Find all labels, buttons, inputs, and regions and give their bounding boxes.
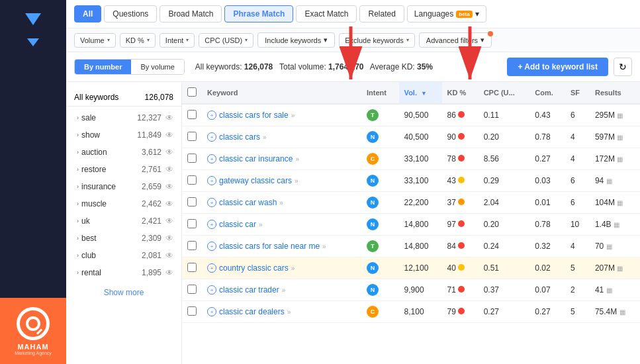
eye-icon[interactable]: 👁 (165, 165, 173, 174)
intent-filter[interactable]: Intent ▾ (160, 33, 195, 48)
keyword-info-icon: + (207, 198, 216, 207)
keyword-group-restore[interactable]: › restore 2,761 👁 (66, 161, 181, 178)
intent-badge: C (367, 153, 379, 165)
sidebar-nav-item-2[interactable] (27, 38, 39, 46)
eye-icon[interactable]: 👁 (165, 234, 173, 243)
exclude-keywords-label: Exclude keywords (345, 36, 404, 44)
com-cell: 0.78 (529, 214, 565, 236)
add-to-keyword-list-button[interactable]: + Add to keyword list (507, 58, 608, 76)
keyword-link[interactable]: classic cars (219, 132, 260, 142)
eye-icon[interactable]: 👁 (165, 268, 173, 277)
tab-questions[interactable]: Questions (104, 5, 157, 23)
refresh-button[interactable]: ↻ (614, 58, 632, 76)
volume-filter[interactable]: Volume ▾ (74, 33, 116, 48)
intent-badge: C (367, 306, 379, 318)
keyword-group-name: sale (81, 113, 96, 122)
tab-exact-match[interactable]: Exact Match (296, 5, 357, 23)
advanced-filters-button[interactable]: Advanced filters ▾ (419, 32, 492, 48)
keyword-group-count: 2,659 (142, 182, 161, 191)
com-cell: 0.32 (529, 236, 565, 257)
view-by-number-button[interactable]: By number (75, 60, 131, 74)
row-checkbox[interactable] (187, 110, 197, 119)
keyword-group-insurance[interactable]: › insurance 2,659 👁 (66, 178, 181, 195)
row-checkbox[interactable] (187, 154, 197, 163)
keyword-link[interactable]: gateway classic cars (219, 176, 292, 185)
tab-all[interactable]: All (74, 5, 101, 23)
row-checkbox[interactable] (187, 132, 197, 141)
intent-badge: N (367, 175, 379, 187)
results-cell: 207M ▦ (590, 257, 640, 279)
keyword-group-best[interactable]: › best 2,309 👁 (66, 230, 181, 247)
exclude-keywords-button[interactable]: Exclude keywords ▾ (339, 33, 415, 48)
all-keywords-label: All keywords: (195, 62, 242, 71)
row-checkbox[interactable] (187, 175, 197, 185)
eye-icon[interactable]: 👁 (165, 182, 173, 191)
keyword-cell: + classic car dealers » (202, 301, 361, 323)
results-icon: ▦ (606, 243, 612, 250)
keyword-link[interactable]: classic car wash (219, 198, 277, 207)
table-row: + classic car » N 14,800 97 0.20 0.78 10… (182, 214, 640, 236)
keyword-link[interactable]: classic car trader (219, 285, 279, 295)
include-keywords-button[interactable]: Include keywords ▾ (257, 32, 335, 48)
col-volume[interactable]: Vol. ▼ (399, 82, 442, 104)
logo-icon (17, 307, 50, 340)
keyword-link[interactable]: classic car insurance (219, 154, 293, 163)
row-checkbox[interactable] (187, 306, 197, 316)
keyword-group-uk[interactable]: › uk 2,421 👁 (66, 212, 181, 230)
tab-related[interactable]: Related (359, 5, 404, 23)
tab-broad-match[interactable]: Broad Match (160, 5, 222, 23)
select-all-checkbox[interactable] (187, 87, 197, 97)
com-cell: 0.02 (529, 257, 565, 279)
eye-icon[interactable]: 👁 (165, 251, 173, 260)
keyword-group-count: 3,612 (142, 148, 161, 157)
keyword-group-club[interactable]: › club 2,081 👁 (66, 247, 181, 264)
eye-icon[interactable]: 👁 (165, 148, 173, 157)
row-checkbox[interactable] (187, 219, 197, 228)
keyword-group-rental[interactable]: › rental 1,895 👁 (66, 264, 181, 281)
kd-filter[interactable]: KD % ▾ (120, 33, 156, 48)
row-checkbox[interactable] (187, 263, 197, 272)
keyword-group-muscle[interactable]: › muscle 2,462 👁 (66, 195, 181, 212)
row-checkbox[interactable] (187, 285, 197, 294)
eye-icon[interactable]: 👁 (165, 113, 173, 122)
row-checkbox[interactable] (187, 241, 197, 250)
sf-cell: 6 (565, 104, 590, 126)
show-more-button[interactable]: Show more (66, 281, 181, 304)
chevron-down-icon: ▾ (406, 37, 409, 43)
eye-icon[interactable]: 👁 (165, 216, 173, 226)
expand-icon: › (77, 218, 79, 224)
view-by-volume-button[interactable]: By volume (131, 60, 183, 74)
beta-badge: beta (456, 11, 472, 18)
cpc-filter[interactable]: CPC (USD) ▾ (199, 33, 253, 48)
sf-cell: 6 (565, 170, 590, 192)
intent-badge: N (367, 284, 379, 296)
sf-cell: 5 (565, 257, 590, 279)
row-checkbox[interactable] (187, 197, 197, 206)
volume-cell: 90,500 (399, 104, 442, 126)
keyword-link[interactable]: classic cars for sale near me (219, 242, 320, 251)
sidebar-nav-item-1[interactable] (25, 13, 41, 25)
tab-phrase-match[interactable]: Phrase Match (224, 5, 293, 23)
keyword-group-sale[interactable]: › sale 12,327 👁 (66, 109, 181, 126)
cpc-cell: 0.24 (479, 236, 530, 257)
languages-dropdown[interactable]: Languages beta ▾ (407, 5, 486, 23)
kd-dot (458, 242, 465, 249)
eye-icon[interactable]: 👁 (165, 130, 173, 140)
table-row: + classic cars » N 40,500 90 0.20 0.78 4… (182, 126, 640, 148)
keyword-arrows: » (263, 134, 267, 141)
all-keywords-row[interactable]: All keywords 126,078 (66, 89, 181, 107)
com-cell: 0.43 (529, 104, 565, 126)
keyword-link[interactable]: classic car (219, 220, 256, 229)
results-cell: 1.4B ▦ (590, 214, 640, 236)
keyword-group-show[interactable]: › show 11,849 👁 (66, 126, 181, 144)
keyword-link[interactable]: classic cars for sale (219, 111, 289, 120)
sf-cell: 6 (565, 192, 590, 214)
keyword-group-count: 2,761 (142, 165, 161, 174)
eye-icon[interactable]: 👁 (165, 199, 173, 208)
keyword-group-auction[interactable]: › auction 3,612 👁 (66, 144, 181, 161)
view-toggle: By number By volume (74, 59, 185, 75)
com-cell: 0.07 (529, 279, 565, 301)
keyword-arrows: » (282, 287, 286, 294)
keyword-link[interactable]: classic car dealers (219, 307, 285, 316)
keyword-link[interactable]: country classic cars (219, 263, 289, 273)
